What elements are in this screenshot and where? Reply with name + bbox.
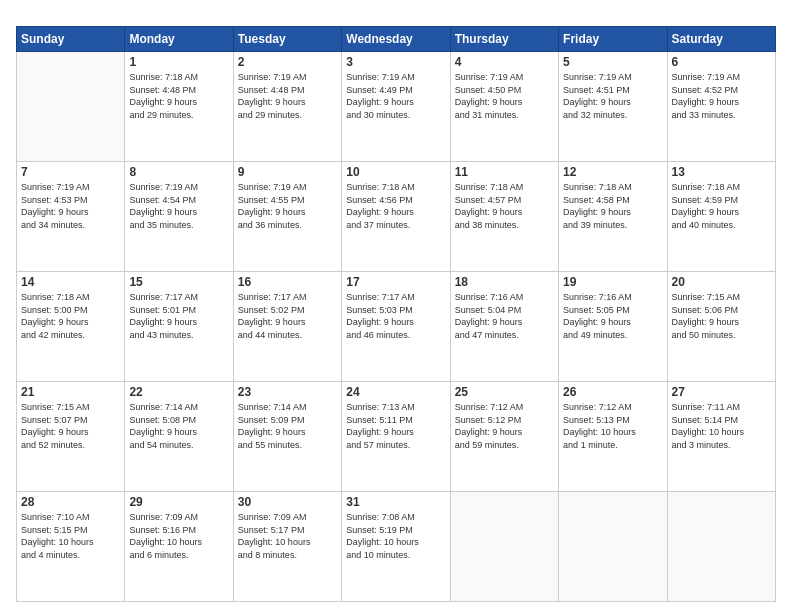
day-cell: 17Sunrise: 7:17 AM Sunset: 5:03 PM Dayli… <box>342 272 450 382</box>
header-row: SundayMondayTuesdayWednesdayThursdayFrid… <box>17 27 776 52</box>
day-number: 14 <box>21 275 120 289</box>
day-info: Sunrise: 7:09 AM Sunset: 5:16 PM Dayligh… <box>129 511 228 561</box>
day-cell: 19Sunrise: 7:16 AM Sunset: 5:05 PM Dayli… <box>559 272 667 382</box>
day-info: Sunrise: 7:19 AM Sunset: 4:49 PM Dayligh… <box>346 71 445 121</box>
day-number: 20 <box>672 275 771 289</box>
day-number: 1 <box>129 55 228 69</box>
day-info: Sunrise: 7:19 AM Sunset: 4:51 PM Dayligh… <box>563 71 662 121</box>
day-cell: 8Sunrise: 7:19 AM Sunset: 4:54 PM Daylig… <box>125 162 233 272</box>
day-number: 11 <box>455 165 554 179</box>
day-cell: 22Sunrise: 7:14 AM Sunset: 5:08 PM Dayli… <box>125 382 233 492</box>
day-cell: 20Sunrise: 7:15 AM Sunset: 5:06 PM Dayli… <box>667 272 775 382</box>
day-cell: 3Sunrise: 7:19 AM Sunset: 4:49 PM Daylig… <box>342 52 450 162</box>
day-number: 12 <box>563 165 662 179</box>
day-info: Sunrise: 7:19 AM Sunset: 4:52 PM Dayligh… <box>672 71 771 121</box>
day-number: 16 <box>238 275 337 289</box>
day-cell: 15Sunrise: 7:17 AM Sunset: 5:01 PM Dayli… <box>125 272 233 382</box>
day-cell: 31Sunrise: 7:08 AM Sunset: 5:19 PM Dayli… <box>342 492 450 602</box>
day-info: Sunrise: 7:19 AM Sunset: 4:53 PM Dayligh… <box>21 181 120 231</box>
day-info: Sunrise: 7:19 AM Sunset: 4:48 PM Dayligh… <box>238 71 337 121</box>
day-info: Sunrise: 7:09 AM Sunset: 5:17 PM Dayligh… <box>238 511 337 561</box>
day-number: 27 <box>672 385 771 399</box>
week-row-2: 14Sunrise: 7:18 AM Sunset: 5:00 PM Dayli… <box>17 272 776 382</box>
day-info: Sunrise: 7:18 AM Sunset: 4:56 PM Dayligh… <box>346 181 445 231</box>
day-info: Sunrise: 7:14 AM Sunset: 5:09 PM Dayligh… <box>238 401 337 451</box>
day-info: Sunrise: 7:17 AM Sunset: 5:02 PM Dayligh… <box>238 291 337 341</box>
day-info: Sunrise: 7:08 AM Sunset: 5:19 PM Dayligh… <box>346 511 445 561</box>
day-info: Sunrise: 7:16 AM Sunset: 5:05 PM Dayligh… <box>563 291 662 341</box>
week-row-0: 1Sunrise: 7:18 AM Sunset: 4:48 PM Daylig… <box>17 52 776 162</box>
day-cell: 18Sunrise: 7:16 AM Sunset: 5:04 PM Dayli… <box>450 272 558 382</box>
day-cell: 7Sunrise: 7:19 AM Sunset: 4:53 PM Daylig… <box>17 162 125 272</box>
day-cell: 9Sunrise: 7:19 AM Sunset: 4:55 PM Daylig… <box>233 162 341 272</box>
week-row-3: 21Sunrise: 7:15 AM Sunset: 5:07 PM Dayli… <box>17 382 776 492</box>
day-info: Sunrise: 7:15 AM Sunset: 5:06 PM Dayligh… <box>672 291 771 341</box>
day-info: Sunrise: 7:12 AM Sunset: 5:13 PM Dayligh… <box>563 401 662 451</box>
day-number: 23 <box>238 385 337 399</box>
header-cell-thursday: Thursday <box>450 27 558 52</box>
day-number: 8 <box>129 165 228 179</box>
day-number: 9 <box>238 165 337 179</box>
day-number: 21 <box>21 385 120 399</box>
day-cell: 14Sunrise: 7:18 AM Sunset: 5:00 PM Dayli… <box>17 272 125 382</box>
day-cell: 27Sunrise: 7:11 AM Sunset: 5:14 PM Dayli… <box>667 382 775 492</box>
day-cell: 13Sunrise: 7:18 AM Sunset: 4:59 PM Dayli… <box>667 162 775 272</box>
day-info: Sunrise: 7:19 AM Sunset: 4:54 PM Dayligh… <box>129 181 228 231</box>
day-info: Sunrise: 7:10 AM Sunset: 5:15 PM Dayligh… <box>21 511 120 561</box>
day-cell: 26Sunrise: 7:12 AM Sunset: 5:13 PM Dayli… <box>559 382 667 492</box>
day-number: 10 <box>346 165 445 179</box>
day-info: Sunrise: 7:15 AM Sunset: 5:07 PM Dayligh… <box>21 401 120 451</box>
day-cell: 10Sunrise: 7:18 AM Sunset: 4:56 PM Dayli… <box>342 162 450 272</box>
day-number: 24 <box>346 385 445 399</box>
day-info: Sunrise: 7:14 AM Sunset: 5:08 PM Dayligh… <box>129 401 228 451</box>
day-number: 29 <box>129 495 228 509</box>
day-cell: 23Sunrise: 7:14 AM Sunset: 5:09 PM Dayli… <box>233 382 341 492</box>
day-cell: 24Sunrise: 7:13 AM Sunset: 5:11 PM Dayli… <box>342 382 450 492</box>
day-cell: 5Sunrise: 7:19 AM Sunset: 4:51 PM Daylig… <box>559 52 667 162</box>
day-cell: 2Sunrise: 7:19 AM Sunset: 4:48 PM Daylig… <box>233 52 341 162</box>
day-cell <box>559 492 667 602</box>
header-cell-wednesday: Wednesday <box>342 27 450 52</box>
day-cell <box>17 52 125 162</box>
day-info: Sunrise: 7:18 AM Sunset: 4:57 PM Dayligh… <box>455 181 554 231</box>
day-cell <box>450 492 558 602</box>
day-info: Sunrise: 7:19 AM Sunset: 4:55 PM Dayligh… <box>238 181 337 231</box>
day-cell: 4Sunrise: 7:19 AM Sunset: 4:50 PM Daylig… <box>450 52 558 162</box>
page: General Blue SundayMondayTuesdayWednesda… <box>0 0 792 612</box>
day-number: 28 <box>21 495 120 509</box>
day-number: 31 <box>346 495 445 509</box>
day-number: 6 <box>672 55 771 69</box>
day-info: Sunrise: 7:13 AM Sunset: 5:11 PM Dayligh… <box>346 401 445 451</box>
week-row-4: 28Sunrise: 7:10 AM Sunset: 5:15 PM Dayli… <box>17 492 776 602</box>
header: General Blue <box>16 16 776 18</box>
day-cell: 1Sunrise: 7:18 AM Sunset: 4:48 PM Daylig… <box>125 52 233 162</box>
day-info: Sunrise: 7:17 AM Sunset: 5:01 PM Dayligh… <box>129 291 228 341</box>
day-cell: 25Sunrise: 7:12 AM Sunset: 5:12 PM Dayli… <box>450 382 558 492</box>
day-info: Sunrise: 7:18 AM Sunset: 4:59 PM Dayligh… <box>672 181 771 231</box>
day-number: 13 <box>672 165 771 179</box>
day-info: Sunrise: 7:18 AM Sunset: 4:58 PM Dayligh… <box>563 181 662 231</box>
day-number: 19 <box>563 275 662 289</box>
day-number: 18 <box>455 275 554 289</box>
day-cell: 21Sunrise: 7:15 AM Sunset: 5:07 PM Dayli… <box>17 382 125 492</box>
day-info: Sunrise: 7:16 AM Sunset: 5:04 PM Dayligh… <box>455 291 554 341</box>
header-cell-sunday: Sunday <box>17 27 125 52</box>
day-number: 3 <box>346 55 445 69</box>
day-number: 5 <box>563 55 662 69</box>
day-cell: 16Sunrise: 7:17 AM Sunset: 5:02 PM Dayli… <box>233 272 341 382</box>
day-cell: 6Sunrise: 7:19 AM Sunset: 4:52 PM Daylig… <box>667 52 775 162</box>
day-cell: 28Sunrise: 7:10 AM Sunset: 5:15 PM Dayli… <box>17 492 125 602</box>
day-number: 25 <box>455 385 554 399</box>
day-info: Sunrise: 7:17 AM Sunset: 5:03 PM Dayligh… <box>346 291 445 341</box>
header-cell-friday: Friday <box>559 27 667 52</box>
header-cell-tuesday: Tuesday <box>233 27 341 52</box>
day-number: 15 <box>129 275 228 289</box>
day-info: Sunrise: 7:12 AM Sunset: 5:12 PM Dayligh… <box>455 401 554 451</box>
day-info: Sunrise: 7:18 AM Sunset: 5:00 PM Dayligh… <box>21 291 120 341</box>
day-number: 2 <box>238 55 337 69</box>
day-cell: 11Sunrise: 7:18 AM Sunset: 4:57 PM Dayli… <box>450 162 558 272</box>
day-number: 22 <box>129 385 228 399</box>
day-cell: 29Sunrise: 7:09 AM Sunset: 5:16 PM Dayli… <box>125 492 233 602</box>
calendar-table: SundayMondayTuesdayWednesdayThursdayFrid… <box>16 26 776 602</box>
day-info: Sunrise: 7:11 AM Sunset: 5:14 PM Dayligh… <box>672 401 771 451</box>
